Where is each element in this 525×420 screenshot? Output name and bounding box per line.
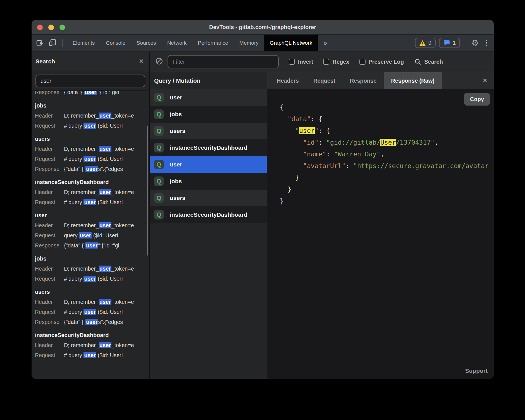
- invert-checkbox[interactable]: [289, 59, 295, 65]
- match-highlight: user: [99, 342, 111, 348]
- search-result-row[interactable]: HeaderD; remember_user_token=e: [35, 111, 149, 121]
- search-result-row[interactable]: Response{"data":{"users":{"edges: [35, 317, 149, 327]
- search-result-row[interactable]: HeaderD; remember_user_token=e: [35, 264, 149, 274]
- regex-checkbox[interactable]: [323, 59, 329, 65]
- json-match-highlight: user: [299, 127, 314, 134]
- json-response: { "data": { "user": { "id": "gid://gitla…: [267, 89, 494, 207]
- search-panel-title: Search: [35, 58, 55, 65]
- preserve-log-checkbox[interactable]: [359, 59, 366, 65]
- kebab-menu-icon[interactable]: [483, 40, 489, 46]
- search-result-row[interactable]: HeaderD; remember_user_token=e: [35, 340, 149, 350]
- result-row-value: D; remember_user_token=e: [64, 342, 134, 349]
- json-indent: [280, 151, 303, 158]
- query-row-instancesecuritydashboard[interactable]: QinstanceSecurityDashboard: [150, 206, 267, 223]
- match-highlight: user: [83, 309, 96, 315]
- maximize-window-button[interactable]: [59, 25, 65, 30]
- more-tabs-button[interactable]: »: [318, 35, 333, 51]
- result-row-label: Request: [35, 156, 64, 162]
- query-row-users[interactable]: Qusers: [150, 190, 267, 206]
- value-text: _token=e: [111, 189, 134, 195]
- search-result-row[interactable]: Response{ data :{ user :{ id : gid: [35, 91, 149, 97]
- warnings-badge[interactable]: 9: [415, 38, 436, 48]
- detail-tab-headers[interactable]: Headers: [269, 72, 306, 89]
- toolbar-tab-sources[interactable]: Sources: [131, 35, 162, 51]
- inspect-element-icon[interactable]: [36, 38, 44, 48]
- detail-tab-request[interactable]: Request: [306, 72, 343, 89]
- toolbar-tab-console[interactable]: Console: [100, 35, 131, 51]
- value-text: D; remember_: [64, 222, 99, 228]
- window-title: DevTools - gitlab.com/-/graphql-explorer: [209, 24, 316, 30]
- search-result-row[interactable]: Request# query user ($id: UserI: [35, 121, 149, 131]
- checkbox-preserve-log[interactable]: Preserve Log: [359, 59, 404, 65]
- checkbox-invert[interactable]: Invert: [289, 59, 313, 65]
- json-token: : {: [319, 127, 330, 134]
- search-result-row[interactable]: Request# query user ($id: UserI: [35, 350, 149, 360]
- toolbar-tab-network[interactable]: Network: [162, 35, 192, 51]
- match-highlight: user: [83, 123, 96, 129]
- search-result-row[interactable]: Request# query user ($id: UserI: [35, 307, 149, 317]
- close-search-icon[interactable]: ✕: [139, 58, 144, 65]
- support-link[interactable]: Support: [465, 367, 488, 374]
- filter-input[interactable]: [168, 55, 279, 68]
- query-row-users[interactable]: Qusers: [150, 123, 267, 139]
- result-row-value: {"data":{"user":{"id":"gi: [64, 242, 119, 249]
- result-row-label: Request: [35, 199, 64, 206]
- detail-tab-response-raw[interactable]: Response (Raw): [384, 72, 442, 89]
- search-result-row[interactable]: Request# query user ($id: UserI: [35, 154, 149, 164]
- devtools-toolbar: ElementsConsoleSourcesNetworkPerformance…: [32, 35, 494, 51]
- search-result-row[interactable]: Request# query user ($id: UserI: [35, 274, 149, 284]
- value-text: # query: [64, 156, 83, 162]
- query-row-jobs[interactable]: Qjobs: [150, 106, 267, 123]
- search-result-group-name: instanceSecurityDashboard: [35, 179, 149, 185]
- detail-tab-response[interactable]: Response: [343, 72, 384, 89]
- json-token: "https://secure.gravatar.com/avatar: [353, 162, 489, 170]
- query-row-jobs[interactable]: Qjobs: [150, 173, 267, 190]
- match-highlight: user: [83, 352, 96, 358]
- json-token: ,: [435, 139, 438, 146]
- value-text: ($id: UserI: [96, 309, 123, 315]
- match-highlight: user: [99, 266, 111, 272]
- toolbar-tab-graphql-network[interactable]: GraphQL Network: [264, 35, 318, 51]
- search-result-row[interactable]: Response{"data":{"user":{"id":"gi: [35, 240, 149, 250]
- clear-icon[interactable]: [155, 57, 163, 66]
- checkbox-regex[interactable]: Regex: [323, 59, 349, 65]
- search-result-row[interactable]: Request# query user ($id: UserI: [35, 197, 149, 207]
- toolbar-tab-performance[interactable]: Performance: [192, 35, 234, 51]
- value-text: # query: [64, 123, 83, 129]
- search-result-row[interactable]: HeaderD; remember_user_token=e: [35, 144, 149, 154]
- search-result-row[interactable]: Requestquery user ($id: UserI: [35, 230, 149, 240]
- search-input[interactable]: [35, 75, 145, 87]
- result-row-value: D; remember_user_token=e: [64, 146, 134, 152]
- query-row-instancesecuritydashboard[interactable]: QinstanceSecurityDashboard: [150, 139, 267, 156]
- query-row-user[interactable]: Quser: [150, 89, 267, 106]
- search-result-row[interactable]: Response{"data":{"users":{"edges: [35, 164, 149, 174]
- search-result-group-name: users: [35, 289, 149, 295]
- search-panel-scrollbar[interactable]: [147, 126, 148, 256]
- network-search-button[interactable]: Search: [414, 58, 443, 65]
- issues-badge[interactable]: 1: [439, 38, 460, 48]
- search-icon: [414, 58, 421, 65]
- search-result-row[interactable]: HeaderD; remember_user_token=e: [35, 297, 149, 307]
- match-highlight: user: [83, 156, 96, 162]
- json-line: }: [280, 183, 494, 195]
- search-result-row[interactable]: HeaderD; remember_user_token=e: [35, 220, 149, 230]
- value-text: D; remember_: [64, 113, 99, 119]
- toolbar-tab-memory[interactable]: Memory: [234, 35, 264, 51]
- match-highlight: user: [79, 232, 92, 238]
- value-text: {"data":{": [64, 319, 85, 325]
- minimize-window-button[interactable]: [48, 25, 54, 30]
- toolbar-divider: [62, 39, 63, 47]
- copy-button[interactable]: Copy: [464, 93, 490, 106]
- result-row-value: D; remember_user_token=e: [64, 266, 134, 272]
- device-toolbar-icon[interactable]: [48, 38, 57, 48]
- settings-gear-icon[interactable]: ⚙: [470, 39, 480, 47]
- json-token: "id": [303, 139, 318, 146]
- json-token: }: [288, 186, 292, 193]
- json-indent: [280, 115, 288, 123]
- close-window-button[interactable]: [37, 25, 43, 30]
- search-result-row[interactable]: HeaderD; remember_user_token=e: [35, 187, 149, 197]
- result-row-label: Header: [35, 266, 64, 272]
- toolbar-tab-elements[interactable]: Elements: [67, 35, 100, 51]
- query-row-user[interactable]: Quser: [150, 156, 267, 173]
- close-detail-icon[interactable]: ✕: [476, 72, 494, 89]
